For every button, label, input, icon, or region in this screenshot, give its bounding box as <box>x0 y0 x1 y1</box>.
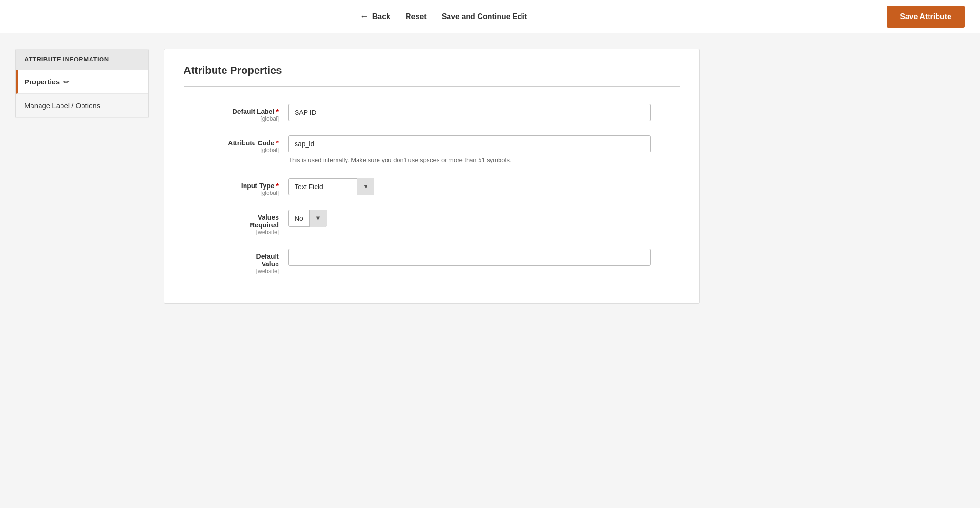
scope-default-value: [website] <box>184 268 279 274</box>
back-button[interactable]: ← Back <box>360 11 390 21</box>
edit-icon: ✏ <box>63 78 69 86</box>
main-container: ATTRIBUTE INFORMATION Properties ✏ Manag… <box>0 33 715 319</box>
form-row-attribute-code: Attribute Code* [global] This is used in… <box>184 135 680 165</box>
label-attribute-code: Attribute Code* [global] <box>184 135 288 153</box>
save-continue-button[interactable]: Save and Continue Edit <box>442 12 527 21</box>
scope-input-type: [global] <box>184 190 279 196</box>
control-wrap-input-type: Text Field Text Area Date Yes/No Multipl… <box>288 178 651 195</box>
page-header: ← Back Reset Save and Continue Edit Save… <box>0 0 980 33</box>
attribute-code-input[interactable] <box>288 135 651 152</box>
scope-attribute-code: [global] <box>184 147 279 153</box>
control-wrap-values-required: No Yes ▼ <box>288 210 651 227</box>
content-area: Attribute Properties Default Label* [glo… <box>164 49 700 304</box>
header-nav: ← Back Reset Save and Continue Edit <box>15 11 871 21</box>
values-required-select-wrap: No Yes ▼ <box>288 210 327 227</box>
default-label-input[interactable] <box>288 104 651 121</box>
scope-values-required: [website] <box>184 229 279 235</box>
scope-default-label: [global] <box>184 115 279 122</box>
form-row-default-value: DefaultValue [website] <box>184 249 680 274</box>
section-title: Attribute Properties <box>184 64 680 77</box>
control-wrap-default-label <box>288 104 651 121</box>
form-row-input-type: Input Type* [global] Text Field Text Are… <box>184 178 680 196</box>
sidebar-item-properties[interactable]: Properties ✏ <box>16 70 148 94</box>
save-attribute-button[interactable]: Save Attribute <box>887 6 965 28</box>
label-values-required: ValuesRequired [website] <box>184 210 288 235</box>
required-star: * <box>276 108 279 115</box>
sidebar-header: ATTRIBUTE INFORMATION <box>16 49 148 70</box>
section-divider <box>184 86 680 87</box>
required-star-input-type: * <box>276 182 279 190</box>
label-default-value: DefaultValue [website] <box>184 249 288 274</box>
sidebar: ATTRIBUTE INFORMATION Properties ✏ Manag… <box>15 49 149 304</box>
values-required-select[interactable]: No Yes <box>288 210 327 227</box>
sidebar-item-label-properties: Properties <box>24 78 60 86</box>
default-value-input[interactable] <box>288 249 651 266</box>
back-arrow-icon: ← <box>360 11 368 21</box>
sidebar-box: ATTRIBUTE INFORMATION Properties ✏ Manag… <box>15 49 149 118</box>
attribute-code-hint: This is used internally. Make sure you d… <box>288 155 651 165</box>
form-row-values-required: ValuesRequired [website] No Yes ▼ <box>184 210 680 235</box>
control-wrap-default-value <box>288 249 651 266</box>
control-wrap-attribute-code: This is used internally. Make sure you d… <box>288 135 651 165</box>
label-default-label: Default Label* [global] <box>184 104 288 122</box>
form-row-default-label: Default Label* [global] <box>184 104 680 122</box>
sidebar-item-label-manage: Manage Label / Options <box>24 102 100 110</box>
reset-button[interactable]: Reset <box>406 12 427 21</box>
back-label: Back <box>372 12 390 21</box>
sidebar-item-manage-label[interactable]: Manage Label / Options <box>16 94 148 118</box>
input-type-select[interactable]: Text Field Text Area Date Yes/No Multipl… <box>288 178 374 195</box>
input-type-select-wrap: Text Field Text Area Date Yes/No Multipl… <box>288 178 374 195</box>
label-input-type: Input Type* [global] <box>184 178 288 196</box>
required-star-code: * <box>276 139 279 147</box>
